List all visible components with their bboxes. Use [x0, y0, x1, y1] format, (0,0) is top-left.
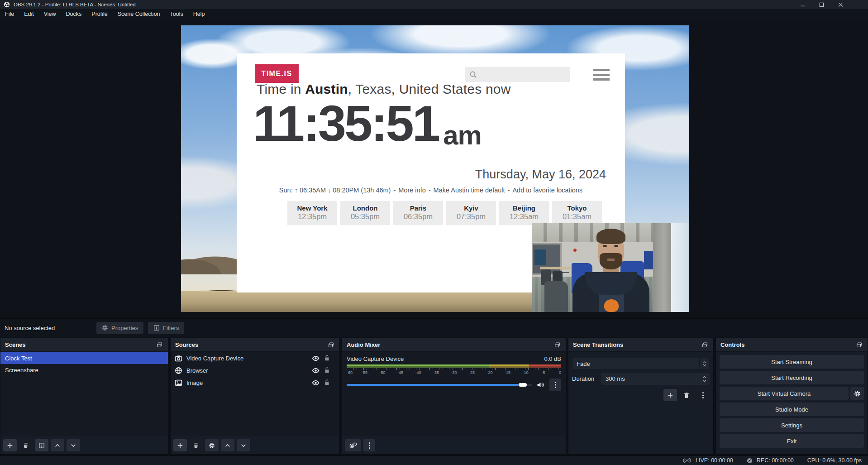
studio-mode-button[interactable]: Studio Mode: [720, 403, 864, 416]
sources-header[interactable]: Sources: [171, 338, 339, 352]
preview-canvas[interactable]: TIME.IS Time in Austin, Texas, United St…: [181, 25, 689, 312]
popout-icon[interactable]: [155, 341, 163, 349]
mixer-channel-menu-button[interactable]: [549, 379, 561, 391]
remove-scene-button[interactable]: [19, 439, 33, 451]
scene-transitions-panel: Scene Transitions Fade Duration 300 ms: [568, 338, 714, 455]
meter-scale: -60 -55 -50 -45 -40 -35 -30 -25 -20 -15 …: [347, 370, 561, 375]
scenes-toolbar: [3, 439, 80, 451]
move-source-up-button[interactable]: [221, 439, 234, 451]
controls-body: Start Streaming Start Recording Start Vi…: [716, 352, 868, 454]
popout-icon[interactable]: [327, 341, 335, 349]
start-recording-button[interactable]: Start Recording: [720, 371, 864, 384]
source-properties-button[interactable]: [205, 439, 219, 451]
sources-toolbar: [173, 439, 250, 451]
webcam-video-source[interactable]: [532, 223, 689, 312]
city-box: New York12:35pm: [287, 201, 337, 225]
add-favorite-link: Add to favorite locations: [512, 187, 582, 194]
lock-icon[interactable]: [324, 379, 331, 387]
menu-edit[interactable]: Edit: [19, 9, 39, 19]
hamburger-menu-icon: [593, 69, 610, 81]
sources-list: Video Capture Device Browser Image: [171, 352, 339, 436]
popout-icon[interactable]: [553, 341, 561, 349]
webcam-monitor: [534, 249, 546, 265]
source-row-browser[interactable]: Browser: [171, 364, 339, 377]
source-row-image[interactable]: Image: [171, 377, 339, 389]
menu-view[interactable]: View: [39, 9, 61, 19]
settings-button[interactable]: Settings: [720, 418, 864, 432]
transition-select[interactable]: Fade: [572, 358, 710, 369]
scene-transitions-body: Fade Duration 300 ms: [568, 352, 713, 454]
cpu-fps-stats: CPU: 0.6%, 30.00 fps: [807, 457, 862, 464]
webcam-person-eye: [603, 245, 607, 247]
visibility-eye-icon[interactable]: [312, 355, 320, 362]
obs-logo-icon: [4, 1, 10, 8]
menu-help[interactable]: Help: [188, 9, 210, 19]
image-icon: [175, 379, 182, 387]
preview-area: TIME.IS Time in Austin, Texas, United St…: [0, 19, 868, 318]
add-source-button[interactable]: [173, 439, 187, 451]
city-box: Beijing12:35am: [499, 201, 549, 225]
timeis-search-input: [465, 67, 570, 82]
start-virtual-camera-button[interactable]: Start Virtual Camera: [720, 387, 849, 400]
add-transition-button[interactable]: [663, 389, 677, 401]
scenes-header[interactable]: Scenes: [0, 338, 168, 352]
timeis-logo: TIME.IS: [255, 64, 299, 83]
properties-button[interactable]: Properties: [96, 322, 143, 334]
status-bar: LIVE: 00:00:00 REC: 00:00:00 CPU: 0.6%, …: [0, 455, 868, 465]
exit-button[interactable]: Exit: [720, 434, 864, 448]
rec-time: REC: 00:00:00: [757, 457, 794, 464]
lock-icon[interactable]: [324, 355, 331, 362]
mixer-menu-button[interactable]: [363, 439, 375, 451]
mixer-channel-name: Video Capture Device: [347, 355, 544, 362]
dock-area: Scenes Clock Test Screenshare Sources: [0, 337, 868, 455]
scene-item-screenshare[interactable]: Screenshare: [0, 364, 168, 376]
add-scene-button[interactable]: [3, 439, 17, 451]
menu-docks[interactable]: Docks: [61, 9, 87, 19]
spin-up-icon[interactable]: [702, 376, 706, 379]
combo-arrows-icon[interactable]: [699, 358, 709, 369]
timeis-clock: 11:35:51 am: [253, 97, 482, 150]
menu-file[interactable]: File: [0, 9, 19, 19]
visibility-eye-icon[interactable]: [312, 379, 320, 387]
volume-slider[interactable]: [347, 382, 532, 388]
globe-icon: [175, 367, 182, 374]
remove-source-button[interactable]: [189, 439, 203, 451]
maximize-button[interactable]: [812, 0, 831, 9]
remove-transition-button[interactable]: [680, 389, 693, 401]
speaker-icon[interactable]: [536, 381, 545, 388]
image-source-mountains: [181, 251, 238, 274]
audio-mixer-header[interactable]: Audio Mixer: [342, 338, 566, 352]
move-source-down-button[interactable]: [237, 439, 250, 451]
controls-header[interactable]: Controls: [716, 338, 868, 352]
filters-button[interactable]: Filters: [148, 322, 184, 334]
duration-spinbox[interactable]: 300 ms: [601, 373, 710, 385]
scene-item-clock-test[interactable]: Clock Test: [0, 352, 168, 364]
spin-down-icon[interactable]: [702, 379, 706, 382]
visibility-eye-icon[interactable]: [312, 367, 320, 374]
move-scene-up-button[interactable]: [51, 439, 64, 451]
scene-transitions-header[interactable]: Scene Transitions: [568, 338, 713, 352]
popout-icon[interactable]: [701, 341, 709, 349]
transition-properties-menu-button[interactable]: [696, 389, 710, 401]
scene-filters-button[interactable]: [35, 439, 48, 451]
camera-icon: [175, 355, 182, 362]
title-bar: OBS 29.1.2 - Profile: LLHLS BETA - Scene…: [0, 0, 868, 9]
virtual-camera-settings-button[interactable]: [850, 387, 864, 400]
menu-scene-collection[interactable]: Scene Collection: [113, 9, 165, 19]
start-streaming-button[interactable]: Start Streaming: [720, 355, 864, 369]
source-row-video-capture[interactable]: Video Capture Device: [171, 352, 339, 364]
volume-slider-handle[interactable]: [519, 383, 527, 387]
volume-meter: [347, 364, 561, 368]
close-button[interactable]: [831, 0, 850, 9]
move-scene-down-button[interactable]: [67, 439, 80, 451]
sun-times: Sun: ↑ 06:35AM ↓ 08:20PM (13h 46m): [279, 187, 391, 194]
live-time: LIVE: 00:00:00: [696, 457, 733, 464]
menu-profile[interactable]: Profile: [86, 9, 112, 19]
webcam-hood: [585, 272, 637, 295]
source-toolbar: No source selected Properties Filters: [0, 318, 868, 337]
minimize-button[interactable]: [793, 0, 812, 9]
advanced-audio-properties-button[interactable]: [345, 439, 361, 451]
popout-icon[interactable]: [855, 341, 863, 349]
menu-tools[interactable]: Tools: [165, 9, 188, 19]
lock-icon[interactable]: [324, 367, 331, 374]
